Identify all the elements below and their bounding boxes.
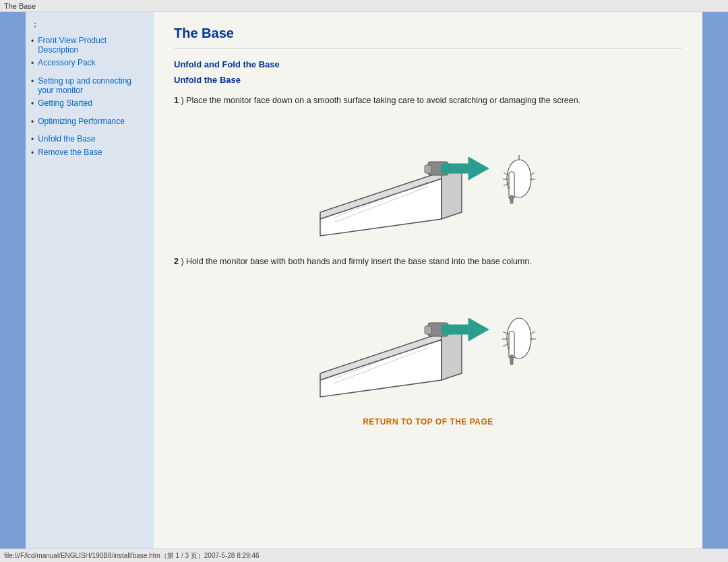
- sidebar-colon: ；: [31, 19, 148, 30]
- sidebar-bullet-1: • Accessory Pack: [31, 58, 148, 69]
- status-bar-text: file:///F/lcd/manual/ENGLISH/190B8/insta…: [4, 551, 260, 561]
- svg-rect-21: [425, 326, 431, 334]
- sidebar-bullet-6: • Remove the Base: [31, 148, 148, 159]
- right-panel: [702, 12, 728, 549]
- illustration-2-svg: [286, 279, 570, 400]
- sidebar-bullet-3: • Getting Started: [31, 98, 148, 110]
- illustration-1-container: [174, 118, 682, 239]
- bullet-dot: •: [31, 117, 34, 128]
- title-bar: The Base: [0, 0, 728, 12]
- return-link-container: RETURN TO TOP OF THE PAGE: [174, 416, 682, 427]
- sidebar-link-unfold[interactable]: Unfold the Base: [36, 134, 95, 144]
- main-content: The Base Unfold and Fold the Base Unfold…: [154, 12, 702, 549]
- step1-num: 1: [174, 96, 179, 105]
- sidebar-section-2: • Setting up and connecting your monitor…: [31, 76, 148, 110]
- sidebar: ； • Front View Product Description • Acc…: [26, 12, 154, 549]
- sidebar-link-accessory[interactable]: Accessory Pack: [36, 58, 95, 67]
- bullet-dot: •: [31, 98, 34, 110]
- bullet-dot: •: [31, 148, 34, 159]
- main-layout: ； • Front View Product Description • Acc…: [0, 12, 728, 549]
- sidebar-link-front-view[interactable]: Front View Product Description: [36, 36, 148, 55]
- sidebar-bullet-2: • Setting up and connecting your monitor: [31, 76, 148, 96]
- page-title: The Base: [174, 26, 682, 41]
- sidebar-section-3: • Optimizing Performance: [31, 117, 148, 128]
- svg-rect-10: [509, 172, 514, 199]
- bullet-dot: •: [31, 134, 34, 146]
- bullet-dot: •: [31, 58, 34, 69]
- step2-description: ) Hold the monitor base with both hands …: [181, 257, 531, 266]
- sidebar-link-remove[interactable]: Remove the Base: [36, 148, 102, 157]
- illustration-2-container: [174, 279, 682, 400]
- bullet-dot: •: [31, 76, 34, 88]
- illustration-2: [286, 279, 570, 400]
- divider: [174, 48, 682, 49]
- sidebar-bullet-5: • Unfold the Base: [31, 134, 148, 146]
- sub-heading: Unfold the Base: [174, 75, 682, 85]
- step2-text: 2 ) Hold the monitor base with both hand…: [174, 255, 682, 268]
- illustration-1-svg: [286, 118, 570, 239]
- sidebar-section-1: • Front View Product Description • Acces…: [31, 36, 148, 69]
- step1-description: ) Place the monitor face down on a smoot…: [181, 96, 580, 105]
- svg-rect-26: [509, 332, 514, 358]
- sidebar-link-optimizing[interactable]: Optimizing Performance: [36, 117, 125, 126]
- sidebar-link-getting-started[interactable]: Getting Started: [36, 98, 92, 108]
- left-panel: [0, 12, 26, 549]
- return-to-top-link[interactable]: RETURN TO TOP OF THE PAGE: [363, 417, 493, 427]
- sidebar-bullet-4: • Optimizing Performance: [31, 117, 148, 128]
- status-bar: file:///F/lcd/manual/ENGLISH/190B8/insta…: [0, 549, 728, 562]
- title-bar-text: The Base: [4, 2, 36, 10]
- section-heading: Unfold and Fold the Base: [174, 59, 682, 69]
- svg-rect-11: [510, 195, 513, 204]
- svg-rect-4: [425, 165, 431, 173]
- sidebar-section-4: • Unfold the Base • Remove the Base: [31, 134, 148, 159]
- illustration-1: [286, 118, 570, 239]
- sidebar-link-setup[interactable]: Setting up and connecting your monitor: [36, 76, 148, 95]
- svg-rect-27: [510, 355, 513, 365]
- sidebar-bullet-0: • Front View Product Description: [31, 36, 148, 56]
- step2-num: 2: [174, 257, 179, 266]
- bullet-dot: •: [31, 36, 34, 47]
- step1-text: 1 ) Place the monitor face down on a smo…: [174, 94, 682, 107]
